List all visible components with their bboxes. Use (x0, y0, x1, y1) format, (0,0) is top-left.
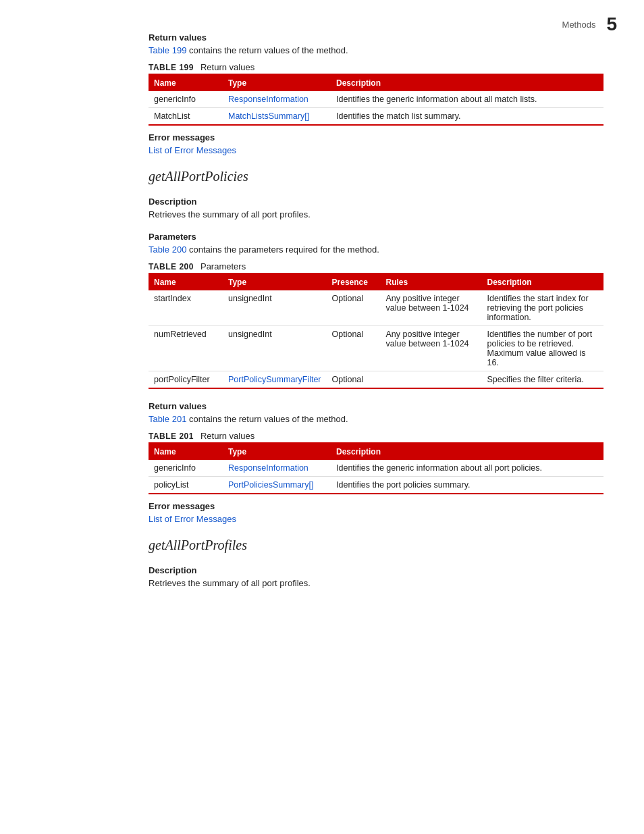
table200-col-rules: Rules (381, 273, 482, 290)
port-policy-summary-filter-link[interactable]: PortPolicySummaryFilter (228, 375, 321, 384)
method2-heading: getAllPortProfiles (149, 538, 603, 553)
cell-type: MatchListsSummary[] (223, 108, 331, 126)
port-policies-summary-link[interactable]: PortPoliciesSummary[] (228, 480, 313, 490)
section-label: Methods (562, 20, 596, 30)
table199-col-type: Type (223, 74, 331, 91)
cell-name: genericInfo (149, 91, 223, 108)
return-values-intro-text-1: contains the return values of the method… (189, 45, 348, 55)
table199-header-row: Name Type Description (149, 74, 603, 91)
cell-presence: Optional (327, 290, 381, 326)
table199: Name Type Description genericInfo Respon… (149, 74, 603, 126)
cell-type: PortPoliciesSummary[] (223, 477, 331, 494)
cell-name: policyList (149, 477, 223, 494)
table-row: startIndex unsignedInt Optional Any posi… (149, 290, 603, 326)
return-values-title-1: Return values (149, 32, 603, 43)
cell-desc: Identifies the port policies summary. (331, 477, 603, 494)
cell-presence: Optional (327, 326, 381, 371)
cell-type: ResponseInformation (223, 460, 331, 477)
method1-params-title: Parameters (149, 232, 603, 242)
table200: Name Type Presence Rules Description sta… (149, 273, 603, 389)
cell-desc: Specifies the filter criteria. (482, 371, 603, 389)
cell-desc: Identifies the match list summary. (331, 108, 603, 126)
cell-desc: Identifies the generic information about… (331, 460, 603, 477)
error-messages-section-1: Error messages List of Error Messages (149, 132, 603, 155)
cell-desc: Identifies the generic information about… (331, 91, 603, 108)
error-messages-section-2: Error messages List of Error Messages (149, 501, 603, 524)
cell-name: numRetrieved (149, 326, 223, 371)
cell-name: MatchList (149, 108, 223, 126)
matchlists-summary-link[interactable]: MatchListsSummary[] (228, 111, 309, 121)
table201-header-row: Name Type Description (149, 443, 603, 460)
table-row: genericInfo ResponseInformation Identifi… (149, 460, 603, 477)
response-info-link-1[interactable]: ResponseInformation (228, 95, 308, 104)
method1-params-intro: Table 200 contains the parameters requir… (149, 244, 603, 255)
table199-link[interactable]: Table 199 (149, 45, 186, 55)
table201-link[interactable]: Table 201 (149, 414, 186, 424)
cell-name: startIndex (149, 290, 223, 326)
error-messages-link-2[interactable]: List of Error Messages (149, 514, 236, 524)
cell-desc: Identifies the start index for retrievin… (482, 290, 603, 326)
return-values-intro-1: Table 199 contains the return values of … (149, 45, 603, 55)
cell-rules: Any positive integer value between 1-102… (381, 290, 482, 326)
table200-link[interactable]: Table 200 (149, 244, 186, 255)
table201-col-type: Type (223, 443, 331, 460)
method-getAllPortPolicies: getAllPortPolicies Description Retrieves… (149, 169, 603, 524)
cell-type: ResponseInformation (223, 91, 331, 108)
table-row: numRetrieved unsignedInt Optional Any po… (149, 326, 603, 371)
method1-desc-title: Description (149, 197, 603, 207)
table201-col-name: Name (149, 443, 223, 460)
page-number: 5 (606, 14, 617, 35)
method1-params-intro-text: contains the parameters required for the… (189, 244, 379, 255)
table200-col-name: Name (149, 273, 223, 290)
table200-col-presence: Presence (327, 273, 381, 290)
error-messages-title-2: Error messages (149, 501, 603, 511)
method-getAllPortProfiles: getAllPortProfiles Description Retrieves… (149, 538, 603, 588)
table199-label-num: TABLE 199 (149, 63, 194, 72)
table201-label-num: TABLE 201 (149, 432, 194, 441)
method1-desc-body: Retrieves the summary of all port profil… (149, 209, 603, 219)
cell-rules: Any positive integer value between 1-102… (381, 326, 482, 371)
table201-col-desc: Description (331, 443, 603, 460)
table201: Name Type Description genericInfo Respon… (149, 442, 603, 494)
page-container: Methods 5 Return values Table 199 contai… (0, 0, 644, 834)
error-messages-link-2-wrap: List of Error Messages (149, 514, 603, 524)
table200-header-row: Name Type Presence Rules Description (149, 273, 603, 290)
method1-return-intro-text: contains the return values of the method… (189, 414, 348, 424)
method2-desc-title: Description (149, 565, 603, 575)
table199-label: TABLE 199 Return values (149, 62, 603, 72)
table200-label-num: TABLE 200 (149, 262, 194, 271)
table201-label: TABLE 201 Return values (149, 431, 603, 441)
cell-type: PortPolicySummaryFilter (223, 371, 327, 389)
page-header: Methods 5 (562, 14, 617, 35)
cell-type: unsignedInt (223, 326, 327, 371)
table200-label-title: Parameters (200, 261, 246, 271)
table200-label: TABLE 200 Parameters (149, 261, 603, 271)
table200-col-type: Type (223, 273, 327, 290)
table199-col-desc: Description (331, 74, 603, 91)
cell-presence: Optional (327, 371, 381, 389)
table-row: MatchList MatchListsSummary[] Identifies… (149, 108, 603, 126)
table199-label-title: Return values (200, 62, 254, 72)
table-row: portPolicyFilter PortPolicySummaryFilter… (149, 371, 603, 389)
return-values-section-1: Return values Table 199 contains the ret… (149, 32, 603, 126)
table200-col-desc: Description (482, 273, 603, 290)
cell-name: portPolicyFilter (149, 371, 223, 389)
method1-heading: getAllPortPolicies (149, 169, 603, 184)
cell-desc: Identifies the number of port policies t… (482, 326, 603, 371)
method1-return-title: Return values (149, 401, 603, 411)
method2-desc-body: Retrieves the summary of all port profil… (149, 578, 603, 588)
error-messages-title-1: Error messages (149, 132, 603, 142)
cell-rules (381, 371, 482, 389)
error-messages-link-1[interactable]: List of Error Messages (149, 145, 236, 155)
cell-name: genericInfo (149, 460, 223, 477)
table-row: genericInfo ResponseInformation Identifi… (149, 91, 603, 108)
cell-type: unsignedInt (223, 290, 327, 326)
response-info-link-2[interactable]: ResponseInformation (228, 463, 308, 473)
method1-return-intro: Table 201 contains the return values of … (149, 414, 603, 424)
table201-label-title: Return values (200, 431, 254, 441)
table-row: policyList PortPoliciesSummary[] Identif… (149, 477, 603, 494)
table199-col-name: Name (149, 74, 223, 91)
error-messages-link-1-wrap: List of Error Messages (149, 145, 603, 155)
